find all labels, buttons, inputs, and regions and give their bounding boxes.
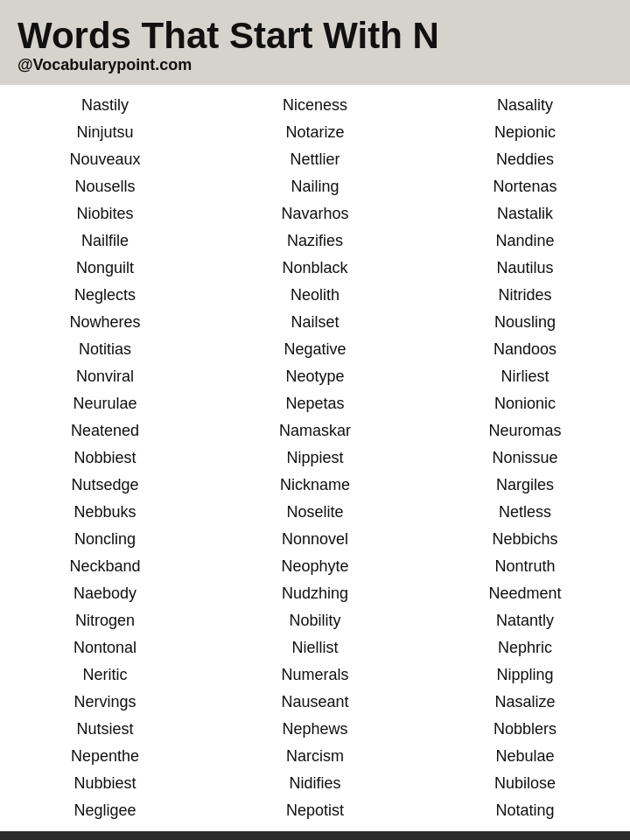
- word-cell: Neophyte: [210, 553, 420, 580]
- word-cell: Nargiles: [420, 472, 630, 499]
- word-cell: Nervings: [0, 689, 210, 716]
- word-cell: Nephric: [420, 634, 630, 662]
- word-cell: Neurulae: [0, 390, 210, 417]
- page-title: Words That Start With N: [18, 16, 612, 56]
- word-cell: Ninjutsu: [0, 119, 210, 146]
- word-cell: Nastily: [0, 92, 210, 119]
- word-cell: Nepionic: [420, 119, 630, 146]
- word-cell: Nortenas: [420, 173, 630, 200]
- word-cell: Notitias: [0, 336, 210, 363]
- word-cell: Nitrogen: [0, 607, 210, 634]
- word-cell: Nebbuks: [0, 499, 210, 526]
- word-cell: Nautilus: [420, 255, 630, 282]
- word-cell: Natantly: [420, 607, 630, 634]
- word-cell: Neglects: [0, 282, 210, 309]
- word-cell: Nouveaux: [0, 146, 210, 173]
- word-cell: Nandoos: [420, 336, 630, 363]
- word-cell: Nobility: [210, 607, 420, 634]
- word-cell: Nasality: [420, 92, 630, 119]
- word-cell: Nippiest: [210, 444, 420, 472]
- word-cell: Negative: [210, 336, 420, 363]
- page-header: Words That Start With N @Vocabularypoint…: [0, 0, 630, 85]
- word-cell: Nousells: [0, 173, 210, 200]
- word-cell: Nidifies: [210, 770, 420, 797]
- word-cell: Nebbichs: [420, 526, 630, 553]
- word-cell: Needment: [420, 580, 630, 607]
- word-cell: Nobbiest: [0, 444, 210, 472]
- word-cell: Nepetas: [210, 390, 420, 417]
- word-cell: Numerals: [210, 662, 420, 689]
- word-cell: Niobites: [0, 200, 210, 228]
- page-footer: www.Vocabularypoint.com: [0, 831, 630, 840]
- word-cell: Neddies: [420, 146, 630, 173]
- word-cell: Narcism: [210, 743, 420, 770]
- word-grid: NastilyNicenessNasalityNinjutsuNotarizeN…: [0, 85, 630, 831]
- word-cell: Notating: [420, 797, 630, 824]
- word-cell: Nubilose: [420, 770, 630, 797]
- word-cell: Nontonal: [0, 634, 210, 662]
- word-cell: Nauseant: [210, 689, 420, 716]
- word-cell: Neatened: [0, 417, 210, 444]
- word-cell: Nickname: [210, 472, 420, 499]
- word-cell: Nephews: [210, 716, 420, 743]
- word-cell: Nirliest: [420, 363, 630, 390]
- word-cell: Nandine: [420, 228, 630, 255]
- word-cell: Nontruth: [420, 553, 630, 580]
- word-cell: Nebulae: [420, 743, 630, 770]
- word-cell: Nonissue: [420, 444, 630, 472]
- word-cell: Nettlier: [210, 146, 420, 173]
- word-cell: Noselite: [210, 499, 420, 526]
- word-cell: Nubbiest: [0, 770, 210, 797]
- word-cell: Nailset: [210, 309, 420, 336]
- word-cell: Netless: [420, 499, 630, 526]
- word-cell: Naebody: [0, 580, 210, 607]
- word-cell: Nonviral: [0, 363, 210, 390]
- word-cell: Nobblers: [420, 716, 630, 743]
- word-cell: Noncling: [0, 526, 210, 553]
- word-cell: Nowheres: [0, 309, 210, 336]
- word-cell: Nutsiest: [0, 716, 210, 743]
- word-cell: Nonnovel: [210, 526, 420, 553]
- word-cell: Nailfile: [0, 228, 210, 255]
- word-cell: Neckband: [0, 553, 210, 580]
- word-cell: Neotype: [210, 363, 420, 390]
- word-cell: Nailing: [210, 173, 420, 200]
- word-cell: Neuromas: [420, 417, 630, 444]
- word-cell: Notarize: [210, 119, 420, 146]
- word-cell: Nasalize: [420, 689, 630, 716]
- word-cell: Neolith: [210, 282, 420, 309]
- word-cell: Nonguilt: [0, 255, 210, 282]
- word-cell: Namaskar: [210, 417, 420, 444]
- word-cell: Niceness: [210, 92, 420, 119]
- word-cell: Navarhos: [210, 200, 420, 228]
- word-cell: Neritic: [0, 662, 210, 689]
- word-cell: Nitrides: [420, 282, 630, 309]
- word-cell: Nazifies: [210, 228, 420, 255]
- word-cell: Negligee: [0, 797, 210, 824]
- word-cell: Nousling: [420, 309, 630, 336]
- word-cell: Nutsedge: [0, 472, 210, 499]
- word-cell: Nepotist: [210, 797, 420, 824]
- word-cell: Nudzhing: [210, 580, 420, 607]
- page-subtitle: @Vocabularypoint.com: [18, 56, 612, 74]
- word-cell: Nippling: [420, 662, 630, 689]
- word-cell: Niellist: [210, 634, 420, 662]
- word-cell: Nepenthe: [0, 743, 210, 770]
- word-cell: Nonblack: [210, 255, 420, 282]
- word-cell: Nonionic: [420, 390, 630, 417]
- word-cell: Nastalik: [420, 200, 630, 228]
